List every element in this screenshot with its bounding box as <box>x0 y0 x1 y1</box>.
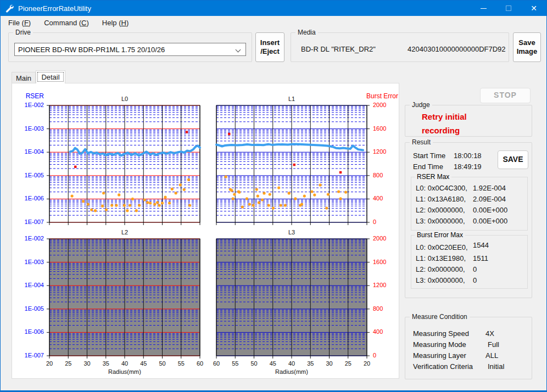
x-tick-label: 60 <box>192 360 208 367</box>
drive-selected-value: PIONEER BD-RW BDR-PR1ML 1.75 20/10/26 <box>18 46 165 54</box>
chart-plot-L1 <box>216 105 367 222</box>
minimize-icon <box>481 8 487 9</box>
rser-max-row: L1: 0x13A6180, <box>416 195 466 203</box>
x-tick-label: 55 <box>173 360 189 367</box>
burst-error-max-label: Burst Error Max <box>415 231 465 239</box>
rser-scale-label: 1E-006 <box>12 195 44 201</box>
rser-max-row: L2: 0x0000000, <box>416 206 465 214</box>
burst-error-axis-title: Burst Error <box>366 92 410 100</box>
drive-group: Drive PIONEER BD-RW BDR-PR1ML 1.75 20/10… <box>8 32 252 62</box>
save-image-button[interactable]: Save Image <box>513 32 541 62</box>
rser-scale-label: 1E-007 <box>12 219 44 225</box>
result-group: Result Start Time 18:00:18 End Time 18:4… <box>405 142 532 298</box>
verification-criteria-label: Verification Criteria <box>413 362 473 371</box>
judge-group: Judge Retry initial recording <box>405 105 532 137</box>
burst-max-value: 1544 <box>473 241 489 249</box>
burst-scale-label: 1200 <box>373 148 395 155</box>
minimize-button[interactable] <box>471 1 496 16</box>
burst-max-row: L0: 0x0C20EE0, <box>416 243 468 251</box>
rser-max-value: 0.00E+000 <box>473 217 507 225</box>
rser-scale-label: 1E-002 <box>12 102 44 108</box>
x-tick-label: 55 <box>227 360 243 367</box>
burst-scale-label: 800 <box>373 305 395 312</box>
maximize-icon <box>506 5 511 11</box>
chart-plot-L0 <box>49 105 200 222</box>
burst-max-row: L1: 0x13E1980, <box>416 254 466 262</box>
drive-group-label: Drive <box>13 29 33 36</box>
menu-bar: File (F) Command (C) Help (H) <box>1 16 546 29</box>
burst-max-row: L2: 0x0000000, <box>416 265 465 273</box>
rser-scale-label: 1E-005 <box>12 172 44 178</box>
app-window: PioneerErrorRateUtility ✕ File (F) Comma… <box>0 0 547 392</box>
burst-scale-label: 1600 <box>373 259 395 265</box>
tab-main[interactable]: Main <box>12 72 36 83</box>
measuring-mode-label: Measuring Mode <box>413 340 466 349</box>
chart-L3 <box>216 239 367 356</box>
rser-scale-label: 1E-005 <box>12 305 44 312</box>
media-group: Media BD-R DL "RITEK_DR2" 42040301000000… <box>291 32 509 62</box>
start-time-label: Start Time <box>413 152 445 160</box>
insert-eject-button[interactable]: Insert /Eject <box>255 32 284 62</box>
drive-select[interactable]: PIONEER BD-RW BDR-PR1ML 1.75 20/10/26 <box>14 43 246 56</box>
measuring-speed-value: 4X <box>485 329 494 338</box>
end-time-value: 18:49:19 <box>454 163 482 171</box>
measure-condition-label: Measure Condition <box>410 313 470 321</box>
measure-condition-group: Measure Condition Measuring Speed 4X Mea… <box>405 317 532 379</box>
x-tick-label: 30 <box>79 360 96 367</box>
chart-L1 <box>216 105 367 222</box>
menu-help[interactable]: Help (H) <box>97 17 134 29</box>
rser-scale-label: 1E-007 <box>12 352 44 359</box>
verification-criteria-value: Initial <box>488 362 504 371</box>
media-group-label: Media <box>295 29 318 36</box>
end-time-label: End Time <box>413 163 443 171</box>
measuring-speed-label: Measuring Speed <box>413 329 469 338</box>
x-tick-label: 35 <box>302 360 319 367</box>
close-button[interactable]: ✕ <box>521 1 546 16</box>
measuring-layer-value: ALL <box>485 351 498 360</box>
x-axis-title: Radius(mm) <box>216 368 367 375</box>
maximize-button[interactable] <box>496 1 521 16</box>
x-tick-label: 50 <box>154 360 171 367</box>
burst-scale-label: 0 <box>373 352 395 359</box>
x-tick-label: 35 <box>98 360 114 367</box>
burst-max-value: 1511 <box>473 254 488 262</box>
chart-title-L1: L1 <box>216 96 367 102</box>
burst-max-value: 0 <box>473 265 477 273</box>
x-tick-label: 20 <box>41 360 58 367</box>
burst-error-max-group: Burst Error Max L0: 0x0C20EE0, 1544 L1: … <box>411 235 528 289</box>
rser-max-row: L0: 0x0C4C300, <box>416 184 467 192</box>
measuring-layer-label: Measuring Layer <box>413 351 466 360</box>
close-icon: ✕ <box>531 4 537 12</box>
x-tick-label: 45 <box>265 360 281 367</box>
save-button[interactable]: SAVE <box>498 150 528 169</box>
rser-max-value: 2.09E-004 <box>473 195 506 203</box>
chart-plot-L2 <box>49 239 200 356</box>
rser-max-value: 1.92E-004 <box>473 184 506 192</box>
chart-plot-L3 <box>216 239 367 356</box>
chevron-down-icon <box>236 47 241 53</box>
start-time-value: 18:00:18 <box>454 152 482 160</box>
rser-max-row: L3: 0x0000000, <box>416 217 465 225</box>
window-title: PioneerErrorRateUtility <box>18 4 91 13</box>
x-tick-label: 40 <box>116 360 133 367</box>
x-tick-label: 25 <box>340 360 356 367</box>
rser-scale-label: 1E-006 <box>12 328 44 335</box>
burst-max-row: L3: 0x0000000, <box>416 276 465 284</box>
title-bar: PioneerErrorRateUtility ✕ <box>1 1 546 16</box>
x-axis-title: Radius(mm) <box>49 368 200 375</box>
x-tick-label: 50 <box>246 360 263 367</box>
rser-scale-label: 1E-003 <box>12 259 44 265</box>
rser-scale-label: 1E-004 <box>12 282 44 288</box>
burst-max-value: 0 <box>473 276 477 284</box>
menu-file[interactable]: File (F) <box>3 17 36 29</box>
stop-button[interactable]: STOP <box>480 88 531 103</box>
menu-command[interactable]: Command (C) <box>38 17 94 29</box>
measuring-mode-value: Full <box>488 340 499 349</box>
x-tick-label: 40 <box>283 360 300 367</box>
burst-scale-label: 800 <box>373 172 395 178</box>
result-group-label: Result <box>410 138 433 146</box>
burst-scale-label: 2000 <box>373 102 395 108</box>
x-tick-label: 25 <box>60 360 76 367</box>
burst-scale-label: 0 <box>373 219 395 225</box>
tab-detail[interactable]: Detail <box>36 70 65 83</box>
